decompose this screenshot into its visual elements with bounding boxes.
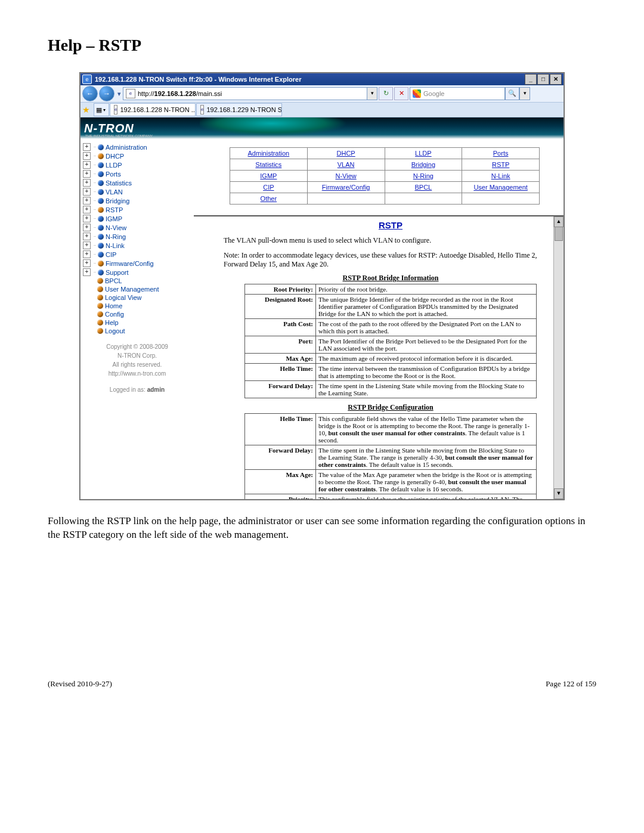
nav-item-n-link[interactable]: +··N-Link bbox=[80, 241, 194, 250]
quick-tabs-button[interactable]: ▦▾ bbox=[94, 103, 109, 116]
search-dropdown-icon[interactable]: ▾ bbox=[519, 87, 530, 100]
nav-item-bpcl[interactable]: BPCL bbox=[80, 277, 194, 285]
help-topic-cell[interactable]: VLAN bbox=[307, 159, 385, 171]
help-topic-cell[interactable]: Bridging bbox=[385, 159, 462, 171]
stop-button[interactable]: ✕ bbox=[394, 87, 408, 100]
tab-1[interactable]: e 192.168.1.228 N-TRON ... ✕ bbox=[110, 103, 196, 116]
expand-icon[interactable]: + bbox=[83, 241, 91, 249]
help-topic-cell[interactable]: CIP bbox=[230, 182, 308, 193]
nav-item-logout[interactable]: Logout bbox=[80, 327, 194, 335]
expand-icon[interactable]: + bbox=[83, 143, 91, 151]
scroll-thumb[interactable] bbox=[555, 227, 563, 241]
nav-item-igmp[interactable]: +··IGMP bbox=[80, 214, 194, 223]
help-topic-link[interactable]: VLAN bbox=[338, 161, 355, 168]
nav-item-administration[interactable]: +··Administration bbox=[80, 143, 194, 151]
help-topic-link[interactable]: BPCL bbox=[415, 184, 432, 191]
help-topic-link[interactable]: CIP bbox=[263, 184, 274, 191]
help-topic-link[interactable]: N-View bbox=[335, 172, 356, 179]
expand-icon[interactable]: + bbox=[83, 215, 91, 222]
bullet-icon bbox=[98, 216, 104, 222]
help-topic-cell[interactable]: User Management bbox=[462, 182, 540, 193]
page-heading: Help – RSTP bbox=[48, 36, 596, 55]
help-topic-link[interactable]: N-Ring bbox=[413, 172, 434, 179]
nav-item-logical-view[interactable]: Logical View bbox=[80, 293, 194, 302]
expand-icon[interactable]: + bbox=[83, 259, 91, 267]
scroll-down-icon[interactable]: ▼ bbox=[554, 488, 564, 499]
help-topic-cell[interactable]: Statistics bbox=[230, 159, 308, 171]
bullet-icon bbox=[98, 207, 104, 213]
site-link[interactable]: http://www.n-tron.com bbox=[109, 370, 166, 377]
nav-item-help[interactable]: Help bbox=[80, 318, 194, 327]
help-topic-link[interactable]: LLDP bbox=[415, 150, 432, 157]
help-topic-link[interactable]: Firmware/Config bbox=[322, 184, 370, 191]
help-topic-cell[interactable]: N-View bbox=[307, 171, 385, 182]
expand-icon[interactable]: + bbox=[83, 161, 91, 169]
ie-icon: e bbox=[82, 75, 92, 84]
nav-item-lldp[interactable]: +··LLDP bbox=[80, 160, 194, 169]
help-topic-cell[interactable]: DHCP bbox=[307, 148, 385, 159]
nav-item-user-management[interactable]: User Management bbox=[80, 285, 194, 293]
help-topic-link[interactable]: DHCP bbox=[337, 150, 355, 157]
help-topic-cell[interactable]: LLDP bbox=[385, 148, 462, 159]
bullet-icon bbox=[98, 243, 104, 249]
help-topic-cell[interactable]: Other bbox=[230, 193, 308, 205]
help-topic-cell[interactable]: Firmware/Config bbox=[307, 182, 385, 193]
expand-icon[interactable]: + bbox=[83, 170, 91, 178]
nav-item-firmware-config[interactable]: +··Firmware/Config bbox=[80, 259, 194, 268]
help-topic-cell[interactable]: N-Link bbox=[462, 171, 540, 182]
nav-item-config[interactable]: Config bbox=[80, 310, 194, 318]
nav-item-home[interactable]: Home bbox=[80, 302, 194, 310]
help-topic-cell[interactable]: IGMP bbox=[230, 171, 308, 182]
search-field[interactable]: Google bbox=[410, 87, 505, 100]
help-topic-link[interactable]: Statistics bbox=[255, 161, 281, 168]
help-topic-cell[interactable]: RSTP bbox=[462, 159, 540, 171]
tree-connector: ·· bbox=[92, 181, 98, 185]
close-button[interactable]: ✕ bbox=[550, 74, 562, 85]
help-topic-link[interactable]: IGMP bbox=[260, 172, 277, 179]
expand-icon[interactable]: + bbox=[83, 188, 91, 196]
help-topic-cell[interactable]: Administration bbox=[230, 148, 308, 159]
url-field[interactable]: e http://192.168.1.228/main.ssi bbox=[123, 87, 367, 100]
scroll-up-icon[interactable]: ▲ bbox=[554, 216, 564, 227]
expand-icon[interactable]: + bbox=[83, 152, 91, 160]
maximize-button[interactable]: □ bbox=[537, 74, 549, 85]
nav-item-bridging[interactable]: +··Bridging bbox=[80, 196, 194, 205]
favorites-icon[interactable]: ★ bbox=[82, 105, 90, 114]
help-topic-link[interactable]: User Management bbox=[473, 184, 528, 191]
expand-icon[interactable]: + bbox=[83, 224, 91, 231]
search-go-button[interactable]: 🔍 bbox=[505, 87, 519, 100]
vertical-scrollbar[interactable]: ▲ ▼ bbox=[553, 216, 564, 499]
nav-item-cip[interactable]: +··CIP bbox=[80, 250, 194, 259]
help-topic-cell[interactable]: N-Ring bbox=[385, 171, 462, 182]
expand-icon[interactable]: + bbox=[83, 206, 91, 213]
minimize-button[interactable]: _ bbox=[525, 74, 537, 85]
nav-item-n-view[interactable]: +··N-View bbox=[80, 223, 194, 232]
nav-item-statistics[interactable]: +··Statistics bbox=[80, 178, 194, 187]
nav-dropdown-icon[interactable]: ▾ bbox=[117, 90, 121, 98]
help-topic-link[interactable]: Other bbox=[261, 195, 277, 202]
help-topic-link[interactable]: RSTP bbox=[492, 161, 509, 168]
help-topic-cell[interactable]: Ports bbox=[462, 148, 540, 159]
expand-icon[interactable]: + bbox=[83, 233, 91, 240]
help-topic-link[interactable]: Administration bbox=[248, 150, 290, 157]
help-topic-cell[interactable]: BPCL bbox=[385, 182, 462, 193]
nav-item-ports[interactable]: +··Ports bbox=[80, 169, 194, 178]
expand-icon[interactable]: + bbox=[83, 250, 91, 258]
forward-button[interactable]: → bbox=[99, 86, 114, 101]
help-topic-link[interactable]: Bridging bbox=[411, 161, 435, 168]
expand-icon[interactable]: + bbox=[83, 197, 91, 205]
tree-connector: ·· bbox=[92, 190, 98, 194]
nav-item-vlan[interactable]: +··VLAN bbox=[80, 187, 194, 196]
back-button[interactable]: ← bbox=[82, 86, 98, 101]
expand-icon[interactable]: + bbox=[83, 268, 91, 276]
url-dropdown-icon[interactable]: ▾ bbox=[367, 87, 377, 100]
tab-2[interactable]: e 192.168.1.229 N-TRON Swit... bbox=[196, 103, 282, 116]
nav-item-dhcp[interactable]: +··DHCP bbox=[80, 151, 194, 160]
help-topic-link[interactable]: N-Link bbox=[491, 172, 510, 179]
expand-icon[interactable]: + bbox=[83, 179, 91, 187]
nav-item-n-ring[interactable]: +··N-Ring bbox=[80, 232, 194, 241]
nav-item-rstp[interactable]: +··RSTP bbox=[80, 205, 194, 214]
help-topic-link[interactable]: Ports bbox=[493, 150, 509, 157]
nav-item-support[interactable]: +··Support bbox=[80, 268, 194, 277]
refresh-button[interactable]: ↻ bbox=[379, 87, 393, 100]
